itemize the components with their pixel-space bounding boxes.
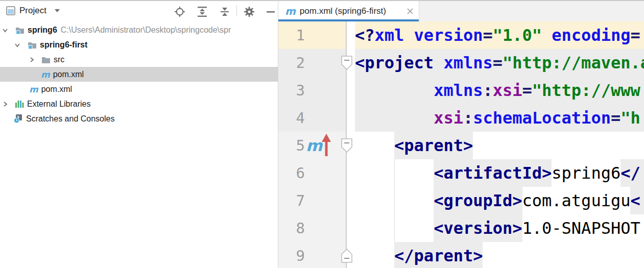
code-token: com.atguigu [522, 187, 631, 214]
code-token: <version> [434, 214, 522, 242]
locate-file-button[interactable] [174, 6, 186, 18]
project-tool-window-icon [6, 6, 15, 15]
editor-tab-pom-xml[interactable]: m pom.xml (spring6-first) [278, 1, 419, 21]
line-number: 9 [278, 242, 305, 268]
tree-item-label[interactable]: External Libraries [27, 100, 91, 109]
tree-row-spring6-first[interactable]: spring6-first [0, 37, 278, 52]
line-number: 8 [278, 214, 305, 242]
tree-row-spring6[interactable]: spring6 C:\Users\Administrator\Desktop\s… [0, 22, 278, 37]
code-token [355, 104, 434, 132]
code-token: xmlns [434, 77, 483, 104]
code-token: 1.0-SNAPSHOT [522, 214, 640, 242]
project-panel-header: Project [0, 1, 278, 20]
tree-row-scratches[interactable]: Scratches and Consoles [0, 111, 278, 126]
expand-all-button[interactable] [196, 6, 208, 18]
tree-item-label[interactable]: pom.xml [41, 85, 72, 94]
libraries-icon [15, 100, 24, 108]
code-token: <? [355, 21, 375, 49]
fold-marker-expanded[interactable] [340, 55, 353, 71]
chevron-collapsed-icon[interactable] [2, 101, 8, 107]
code-token: = [611, 104, 621, 132]
tree-item-label[interactable]: src [54, 55, 64, 64]
chevron-collapsed-icon[interactable] [29, 57, 35, 63]
code-token [355, 187, 434, 214]
code-token [434, 49, 443, 77]
chevron-expanded-icon[interactable] [14, 42, 20, 48]
code-line[interactable]: 6 <artifactId>spring6</ [278, 159, 644, 187]
code-token [355, 242, 394, 268]
line-number: 2 [278, 49, 305, 77]
chevron-expanded-icon[interactable] [2, 27, 8, 33]
tree-item-label[interactable]: spring6 [28, 26, 57, 35]
collapse-all-button[interactable] [219, 6, 231, 18]
code-token: "1.0" [493, 21, 542, 49]
module-folder-icon [15, 26, 25, 34]
code-line[interactable]: 4 xsi:schemaLocation="h [278, 104, 644, 132]
code-token [355, 132, 394, 159]
line-number: 7 [278, 187, 305, 214]
code-token: "http://maven.a [503, 49, 644, 77]
line-number: 3 [278, 77, 305, 104]
code-token: <artifactId> [434, 159, 552, 187]
code-token [355, 77, 434, 104]
code-token: xsi [493, 77, 522, 104]
tree-item-label[interactable]: pom.xml [53, 70, 84, 79]
tree-row-external-libraries[interactable]: External Libraries [0, 96, 278, 111]
highlight-fill [640, 187, 644, 214]
folder-icon [41, 56, 51, 64]
code-line[interactable]: 3 xmlns:xsi="http://www [278, 77, 644, 104]
tree-row-pom-xml-selected[interactable]: m pom.xml [0, 67, 278, 82]
code-token: "h [621, 104, 640, 132]
code-token: </ [621, 159, 640, 187]
navigate-up-arrow-icon[interactable] [320, 133, 334, 158]
hide-panel-button[interactable] [265, 6, 277, 18]
code-token: xmlns [443, 49, 492, 77]
code-token [542, 21, 552, 49]
code-token [355, 214, 434, 242]
maven-icon: m [41, 70, 50, 79]
toolbar-divider [236, 5, 237, 16]
project-tool-window: Project [0, 1, 278, 268]
highlight-fill [640, 159, 644, 187]
gear-icon[interactable] [243, 6, 255, 18]
code-token: : [463, 104, 473, 132]
line-number: 1 [278, 21, 305, 49]
fold-marker-end[interactable] [340, 248, 353, 264]
code-token: encoding [552, 21, 630, 49]
code-token [404, 21, 414, 49]
code-line[interactable]: 7 <groupId>com.atguigu< [278, 187, 644, 214]
tree-item-label[interactable]: Scratches and Consoles [26, 114, 114, 124]
chevron-down-icon[interactable] [55, 9, 60, 13]
code-token: = [483, 21, 492, 49]
code-token: < [630, 187, 640, 214]
code-token: xml [375, 21, 404, 49]
code-token: schemaLocation [473, 104, 611, 132]
tree-item-path: C:\Users\Administrator\Desktop\springcod… [61, 26, 231, 35]
project-panel-title[interactable]: Project [19, 6, 46, 16]
ide-window: Project [0, 0, 644, 268]
code-token: xsi [434, 104, 463, 132]
code-token: <project [355, 49, 434, 77]
module-folder-icon [28, 41, 37, 49]
code-line[interactable]: 2 <project xmlns="http://maven.a [278, 49, 644, 77]
code-token: = [493, 49, 503, 77]
code-token: <parent> [394, 132, 473, 159]
code-token: <groupId> [434, 187, 522, 214]
tree-row-src[interactable]: src [0, 52, 278, 67]
code-token: = [630, 21, 640, 49]
tab-title: pom.xml (spring6-first) [300, 6, 386, 16]
code-line[interactable]: 8 <version>1.0-SNAPSHOT [278, 214, 644, 242]
line-number: 4 [278, 104, 305, 132]
scratches-icon [13, 114, 23, 124]
fold-marker-expanded[interactable] [340, 137, 353, 154]
close-icon[interactable] [407, 8, 414, 15]
code-line[interactable]: 1 <?xml version="1.0" encoding= [278, 21, 644, 49]
code-token: : [483, 77, 492, 104]
tree-item-label[interactable]: spring6-first [40, 40, 87, 50]
code-line[interactable]: 9 </parent> [278, 242, 644, 268]
maven-icon: m [29, 85, 38, 93]
line-number: 6 [278, 159, 305, 187]
tree-row-pom-xml[interactable]: m pom.xml [0, 82, 278, 96]
code-token: = [522, 77, 532, 104]
code-token: "http://www [532, 77, 640, 104]
